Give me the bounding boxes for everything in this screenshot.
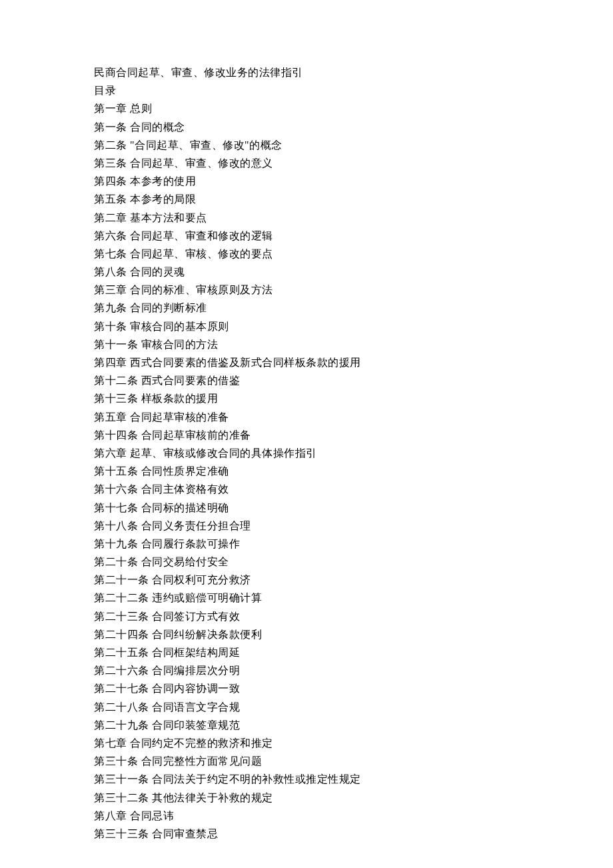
toc-entry: 第十九条 合同履行条款可操作 [94, 535, 613, 553]
toc-entry: 第十二条 西式合同要素的借鉴 [94, 371, 613, 389]
toc-entry: 第九条 合同的判断标准 [94, 299, 613, 317]
toc-entry: 第二十五条 合同框架结构周延 [94, 643, 613, 661]
document-title: 民商合同起草、审查、修改业务的法律指引 [94, 63, 613, 81]
toc-entry: 第二十九条 合同印装签章规范 [94, 716, 613, 734]
toc-entry: 第一条 合同的概念 [94, 118, 613, 136]
toc-entry: 第二十一条 合同权利可充分救济 [94, 571, 613, 589]
document-subtitle: 目录 [94, 81, 613, 99]
toc-entry: 第三条 合同起草、审查、修改的意义 [94, 154, 613, 172]
toc-entry: 第六条 合同起草、审查和修改的逻辑 [94, 227, 613, 245]
toc-entry: 第五章 合同起草审核的准备 [94, 408, 613, 426]
toc-entry: 第一章 总则 [94, 99, 613, 117]
toc-entry: 第十七条 合同标的描述明确 [94, 499, 613, 517]
toc-entry: 第二条 "合同起草、审查、修改"的概念 [94, 136, 613, 154]
toc-entry: 第八章 合同忌讳 [94, 807, 613, 825]
toc-entry: 第二十六条 合同编排层次分明 [94, 661, 613, 679]
toc-entry: 第三章 合同的标准、审核原则及方法 [94, 281, 613, 299]
toc-entry: 第五条 本参考的局限 [94, 190, 613, 208]
toc-entry: 第三十条 合同完整性方面常见问题 [94, 752, 613, 770]
toc-entry: 第二十八条 合同语言文字合规 [94, 698, 613, 716]
toc-entry: 第三十三条 合同审查禁忌 [94, 825, 613, 843]
toc-entry: 第十四条 合同起草审核前的准备 [94, 426, 613, 444]
toc-entry: 第十三条 样板条款的援用 [94, 389, 613, 407]
toc-entry: 第十一条 审核合同的方法 [94, 335, 613, 353]
toc-entry: 第八条 合同的灵魂 [94, 263, 613, 281]
toc-entry: 第三十一条 合同法关于约定不明的补救性或推定性规定 [94, 770, 613, 788]
toc-entry: 第十八条 合同义务责任分担合理 [94, 517, 613, 535]
toc-entry: 第四条 本参考的使用 [94, 172, 613, 190]
toc-entry: 第二章 基本方法和要点 [94, 209, 613, 227]
toc-entry: 第二十七条 合同内容协调一致 [94, 679, 613, 697]
toc-entry: 第二十二条 违约或赔偿可明确计算 [94, 589, 613, 607]
toc-entry: 第三十二条 其他法律关于补救的规定 [94, 789, 613, 807]
toc-entry: 第十条 审核合同的基本原则 [94, 317, 613, 335]
toc-entry: 第十六条 合同主体资格有效 [94, 480, 613, 498]
toc-entry: 第六章 起草、审核或修改合同的具体操作指引 [94, 444, 613, 462]
toc-entry: 第二十四条 合同纠纷解决条款便利 [94, 625, 613, 643]
toc-entry: 第二十三条 合同签订方式有效 [94, 607, 613, 625]
toc-entry: 第七章 合同约定不完整的救济和推定 [94, 734, 613, 752]
toc-entry: 第十五条 合同性质界定准确 [94, 462, 613, 480]
toc-entry: 第四章 西式合同要素的借鉴及新式合同样板条款的援用 [94, 353, 613, 371]
toc-entry: 第七条 合同起草、审核、修改的要点 [94, 245, 613, 263]
toc-entry: 第二十条 合同交易给付安全 [94, 553, 613, 571]
